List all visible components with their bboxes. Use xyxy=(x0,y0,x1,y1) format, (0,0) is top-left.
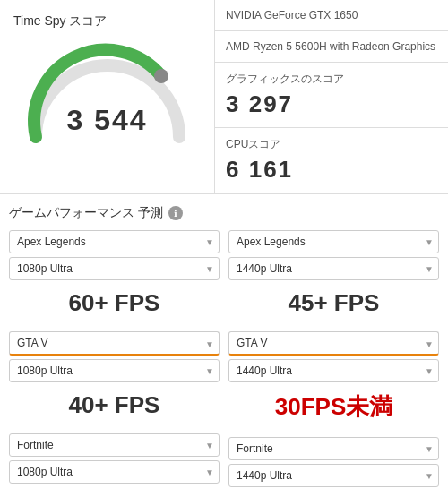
game-select-wrapper-3: GTA V ▼ xyxy=(228,331,439,356)
game-select-4[interactable]: Fortnite xyxy=(9,433,220,457)
game-item-4: Fortnite ▼ 1080p Ultra ▼ 55+ FPS xyxy=(9,433,220,497)
res-select-5[interactable]: 1440p Ultra xyxy=(228,464,439,487)
res-select-wrapper-4: 1080p Ultra ▼ xyxy=(9,460,220,484)
gauge-container: 3 544 xyxy=(18,39,197,146)
cpu-score-block: CPUスコア 6 161 xyxy=(215,128,448,193)
res-select-wrapper-5: 1440p Ultra ▼ xyxy=(228,464,439,487)
gpu-name: NVIDIA GeForce GTX 1650 xyxy=(215,0,448,31)
game-select-2[interactable]: GTA V xyxy=(9,331,220,356)
game-item-3: GTA V ▼ 1440p Ultra ▼ 30FPS未満 xyxy=(228,331,439,428)
game-select-wrapper-1: Apex Legends ▼ xyxy=(228,230,439,253)
res-select-wrapper-1: 1440p Ultra ▼ xyxy=(228,257,439,280)
cpu-score-label: CPUスコア xyxy=(226,137,437,152)
fps-display-1: 45+ FPS xyxy=(228,284,439,322)
game-select-wrapper-5: Fortnite ▼ xyxy=(228,437,439,460)
score-value: 3 544 xyxy=(66,104,147,137)
res-select-3[interactable]: 1440p Ultra xyxy=(228,359,439,382)
game-select-3[interactable]: GTA V xyxy=(228,331,439,356)
res-select-2[interactable]: 1080p Ultra xyxy=(9,359,220,382)
graphics-score-value: 3 297 xyxy=(226,90,437,118)
game-select-1[interactable]: Apex Legends xyxy=(228,230,439,253)
game-select-0[interactable]: Apex Legends xyxy=(9,230,220,253)
game-section-title: ゲームパフォーマンス 予測 xyxy=(9,205,163,221)
game-select-wrapper-4: Fortnite ▼ xyxy=(9,433,220,457)
res-select-1[interactable]: 1440p Ultra xyxy=(228,257,439,280)
top-section: Time Spy スコア 3 544 NVIDIA GeForce GTX 16… xyxy=(0,0,448,194)
info-icon[interactable]: ℹ xyxy=(168,206,183,220)
fps-display-0: 60+ FPS xyxy=(9,284,220,322)
fps-display-4: 55+ FPS xyxy=(9,487,220,497)
score-title: Time Spy スコア xyxy=(13,13,201,30)
res-select-0[interactable]: 1080p Ultra xyxy=(9,257,220,280)
res-select-wrapper-3: 1440p Ultra ▼ xyxy=(228,359,439,382)
graphics-score-label: グラフィックスのスコア xyxy=(226,72,437,87)
game-item-0: Apex Legends ▼ 1080p Ultra ▼ 60+ FPS xyxy=(9,230,220,322)
cpu-score-value: 6 161 xyxy=(226,156,437,184)
res-select-wrapper-0: 1080p Ultra ▼ xyxy=(9,257,220,280)
fps-display-2: 40+ FPS xyxy=(9,386,220,424)
game-performance-section: ゲームパフォーマンス 予測 ℹ Apex Legends ▼ 1080p Ult… xyxy=(0,194,448,497)
info-panel: NVIDIA GeForce GTX 1650 AMD Ryzen 5 5600… xyxy=(215,0,448,193)
res-select-4[interactable]: 1080p Ultra xyxy=(9,460,220,484)
gauge-indicator xyxy=(154,69,168,83)
game-select-wrapper-0: Apex Legends ▼ xyxy=(9,230,220,253)
graphics-score-block: グラフィックスのスコア 3 297 xyxy=(215,63,448,128)
game-col-left: Apex Legends ▼ 1080p Ultra ▼ 60+ FPS GTA… xyxy=(9,230,220,497)
score-panel: Time Spy スコア 3 544 xyxy=(0,0,215,193)
res-select-wrapper-2: 1080p Ultra ▼ xyxy=(9,359,220,382)
game-select-5[interactable]: Fortnite xyxy=(228,437,439,460)
fps-display-5: 30+ FPS xyxy=(228,491,439,497)
game-item-5: Fortnite ▼ 1440p Ultra ▼ 30+ FPS xyxy=(228,437,439,497)
game-item-1: Apex Legends ▼ 1440p Ultra ▼ 45+ FPS xyxy=(228,230,439,322)
game-section-header: ゲームパフォーマンス 予測 ℹ xyxy=(9,205,439,221)
cpu-name: AMD Ryzen 5 5600H with Radeon Graphics xyxy=(215,31,448,63)
game-item-2: GTA V ▼ 1080p Ultra ▼ 40+ FPS xyxy=(9,331,220,424)
game-grid: Apex Legends ▼ 1080p Ultra ▼ 60+ FPS GTA… xyxy=(9,230,439,497)
game-select-wrapper-2: GTA V ▼ xyxy=(9,331,220,356)
game-col-right: Apex Legends ▼ 1440p Ultra ▼ 45+ FPS GTA… xyxy=(228,230,439,497)
fps-display-3: 30FPS未満 xyxy=(228,386,439,428)
